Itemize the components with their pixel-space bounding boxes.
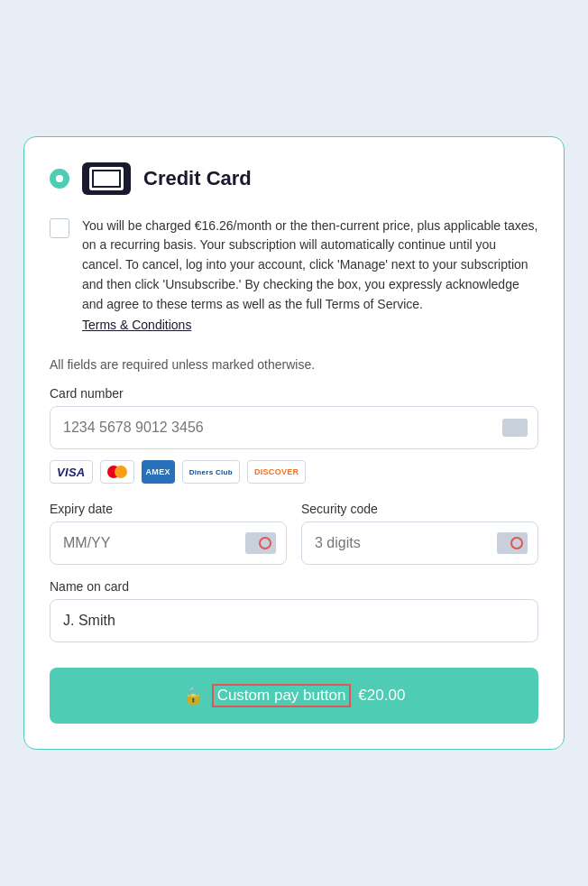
mastercard-logo <box>100 460 134 484</box>
card-number-input[interactable] <box>50 406 538 449</box>
expiry-wrapper <box>50 521 287 565</box>
card-number-wrapper <box>50 406 538 449</box>
payment-logos: VISA AMEX Diners Club DISCOVER <box>50 460 538 484</box>
pay-button[interactable]: 🔒 Custom pay button €20.00 <box>50 668 538 724</box>
security-card-icon <box>497 532 528 554</box>
pay-text-wrapper: Custom pay button €20.00 <box>212 684 406 707</box>
radio-button[interactable] <box>50 169 69 189</box>
security-wrapper <box>301 521 538 565</box>
expiry-label: Expiry date <box>50 502 287 516</box>
visa-logo: VISA <box>50 460 93 484</box>
payment-card: Credit Card You will be charged €16.26/m… <box>23 136 565 750</box>
discover-logo: DISCOVER <box>247 460 306 484</box>
header-row: Credit Card <box>50 162 538 195</box>
terms-checkbox[interactable] <box>50 218 69 238</box>
amex-logo: AMEX <box>142 460 175 484</box>
diners-logo: Diners Club <box>182 460 240 484</box>
credit-card-icon <box>82 162 131 195</box>
card-number-label: Card number <box>50 386 538 401</box>
name-input[interactable] <box>50 599 538 642</box>
payment-method-title: Credit Card <box>143 167 252 190</box>
required-note: All fields are required unless marked ot… <box>50 357 538 372</box>
terms-content: You will be charged €16.26/month or the … <box>82 217 538 332</box>
pay-button-amount: €20.00 <box>358 687 405 705</box>
expiry-security-row: Expiry date Security code <box>50 487 538 565</box>
pay-button-label: Custom pay button <box>212 684 352 707</box>
lock-icon: 🔒 <box>183 686 203 706</box>
expiry-card-icon <box>245 532 276 554</box>
terms-description: You will be charged €16.26/month or the … <box>82 218 537 311</box>
card-chip-icon <box>502 419 528 437</box>
name-label: Name on card <box>50 579 538 594</box>
security-group: Security code <box>301 487 538 565</box>
payment-form: All fields are required unless marked ot… <box>50 357 538 724</box>
security-label: Security code <box>301 502 538 516</box>
terms-conditions-link[interactable]: Terms & Conditions <box>82 318 538 332</box>
expiry-group: Expiry date <box>50 487 287 565</box>
terms-row: You will be charged €16.26/month or the … <box>50 217 538 332</box>
